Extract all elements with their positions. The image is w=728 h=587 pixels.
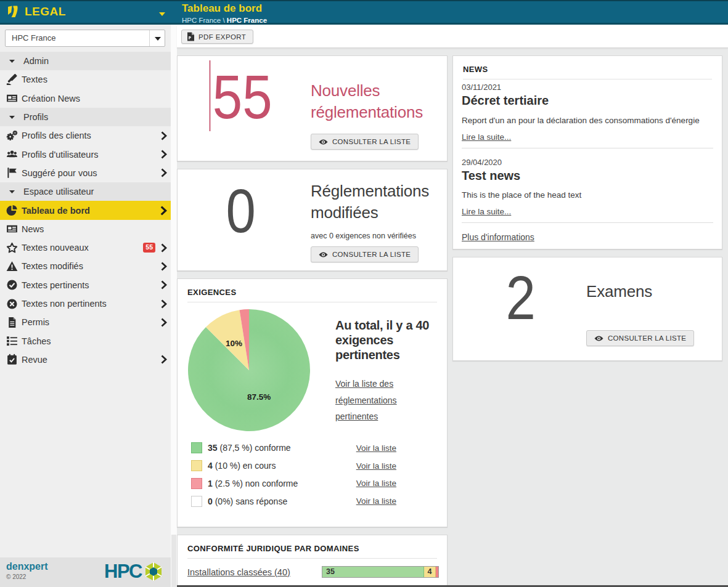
svg-text:10%: 10% xyxy=(226,339,242,348)
svg-text:87.5%: 87.5% xyxy=(247,392,271,402)
